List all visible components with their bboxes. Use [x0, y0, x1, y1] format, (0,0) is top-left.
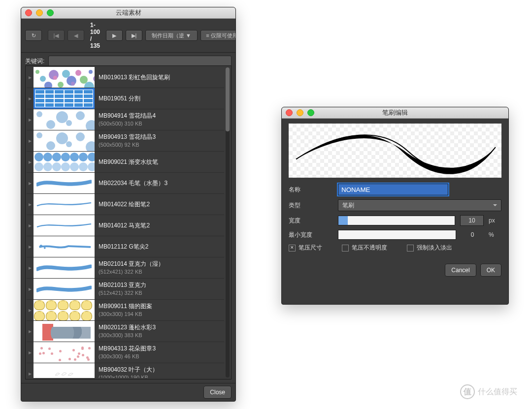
expand-icon[interactable]: ▸: [27, 67, 33, 88]
item-meta: MB021014 亚克力（湿）(512x421) 322 KB: [95, 257, 224, 278]
item-meta: MB909011 猫的图案(300x300) 194 KB: [95, 300, 224, 320]
expand-icon[interactable]: ▸: [27, 130, 33, 151]
item-title: MB014012 马克笔2: [99, 221, 220, 229]
brush-thumbnail: [33, 215, 95, 236]
svg-point-0: [40, 245, 43, 248]
item-title: MB012112 G笔尖2: [99, 243, 220, 251]
item-meta: MB904913 雪花结晶3(500x500) 92 KB: [95, 130, 224, 151]
name-input[interactable]: [338, 184, 448, 195]
item-title: MB021013 亚克力: [99, 281, 220, 289]
item-meta: MB909021 渐变水纹笔: [95, 152, 224, 172]
zoom-icon[interactable]: [47, 9, 54, 16]
item-title: MB909021 渐变水纹笔: [99, 158, 220, 166]
titlebar[interactable]: 云端素材: [21, 7, 235, 19]
list-item[interactable]: ▸MB904913 雪花结晶3(500x500) 92 KB: [27, 130, 224, 152]
list-item[interactable]: ▸MB909021 渐变水纹笔: [27, 152, 224, 173]
item-title: MB021014 亚克力（湿）: [99, 260, 220, 268]
list-item[interactable]: ▸MB019051 分割: [27, 88, 224, 109]
list-item[interactable]: ▸MB019013 彩虹色回旋笔刷: [27, 67, 224, 88]
item-title: MB904913 雪花结晶3: [99, 133, 220, 141]
list-item[interactable]: ▸MB021014 亚克力（湿）(512x421) 322 KB: [27, 257, 224, 279]
item-meta: MB019013 彩虹色回旋笔刷: [95, 67, 224, 88]
nav-next-button[interactable]: ▶: [106, 30, 123, 41]
width-slider[interactable]: [338, 216, 455, 225]
item-subtitle: (500x500) 310 KB: [99, 120, 220, 127]
list-item[interactable]: ▸MB904032 叶子（大）(1000x1000) 190 KB: [27, 363, 224, 378]
expand-icon[interactable]: ▸: [27, 152, 33, 172]
brush-thumbnail: [33, 342, 95, 363]
window-title: 笔刷编辑: [282, 108, 508, 117]
nav-prev-button[interactable]: ◀: [67, 30, 84, 41]
item-subtitle: (300x300) 194 KB: [99, 310, 220, 318]
list-item[interactable]: ▸MB014012 马克笔2: [27, 215, 224, 236]
item-meta: MB904032 叶子（大）(1000x1000) 190 KB: [95, 363, 224, 378]
brush-thumbnail: [33, 321, 95, 342]
pressure-opacity-checkbox[interactable]: 笔压不透明度: [342, 244, 387, 252]
pressure-size-label: 笔压尺寸: [299, 244, 322, 252]
expand-icon[interactable]: ▸: [27, 321, 33, 342]
zoom-icon[interactable]: [307, 109, 314, 116]
cloud-materials-window: 云端素材 ↻ |◀ ◀ 1-100 / 135 ▶ ▶| 制作日期（逆 ▼ ≡ …: [21, 7, 236, 402]
expand-icon[interactable]: ▸: [27, 342, 33, 363]
force-fade-checkbox[interactable]: 强制淡入淡出: [407, 244, 452, 252]
brush-thumbnail: [33, 300, 95, 320]
width-value[interactable]: 10: [460, 215, 484, 226]
expand-icon[interactable]: ▸: [27, 194, 33, 215]
list-item[interactable]: ▸MB904914 雪花结晶4(500x500) 310 KB: [27, 109, 224, 130]
nav-first-button[interactable]: |◀: [48, 30, 65, 41]
pressure-size-checkbox[interactable]: 笔压尺寸: [289, 244, 322, 252]
item-title: MB014022 绘图笔2: [99, 200, 220, 208]
sort-dropdown[interactable]: 制作日期（逆 ▼: [145, 30, 198, 41]
expand-icon[interactable]: ▸: [27, 88, 33, 109]
expand-icon[interactable]: ▸: [27, 215, 33, 236]
list-item[interactable]: ▸MB022034 毛笔（水墨）3: [27, 173, 224, 194]
expand-icon[interactable]: ▸: [27, 257, 33, 278]
expand-icon[interactable]: ▸: [27, 300, 33, 320]
item-meta: MB020123 蓬松水彩3(300x300) 383 KB: [95, 321, 224, 342]
close-icon[interactable]: [25, 9, 32, 16]
name-label: 名称: [289, 186, 333, 194]
expand-icon[interactable]: ▸: [27, 236, 33, 257]
refresh-button[interactable]: ↻: [25, 30, 42, 41]
keyword-input[interactable]: [48, 56, 232, 66]
checkbox-icon: [342, 245, 349, 252]
list-item[interactable]: ▸MB014022 绘图笔2: [27, 194, 224, 215]
scroll-thumb[interactable]: [226, 67, 230, 131]
width-label: 宽度: [289, 217, 333, 225]
list-item[interactable]: ▸MB021013 亚克力(512x421) 322 KB: [27, 279, 224, 300]
svg-point-1: [44, 247, 46, 249]
expand-icon[interactable]: ▸: [27, 279, 33, 299]
brush-thumbnail: [33, 363, 95, 378]
expand-icon[interactable]: ▸: [27, 173, 33, 193]
expand-icon[interactable]: ▸: [27, 109, 33, 130]
close-button[interactable]: Close: [203, 386, 232, 399]
brush-thumbnail: [33, 88, 95, 109]
scrollbar[interactable]: [226, 67, 230, 378]
expand-icon[interactable]: ▸: [27, 363, 33, 378]
ok-button[interactable]: OK: [480, 264, 501, 277]
nav-last-button[interactable]: ▶|: [126, 30, 142, 41]
item-meta: MB022034 毛笔（水墨）3: [95, 173, 224, 193]
item-subtitle: (300x300) 46 KB: [99, 352, 220, 360]
cancel-button[interactable]: Cancel: [445, 264, 476, 277]
titlebar[interactable]: 笔刷编辑: [282, 107, 508, 119]
footer: Close: [21, 383, 235, 401]
type-select[interactable]: 笔刷: [338, 199, 501, 211]
minwidth-slider[interactable]: [338, 230, 456, 240]
item-meta: MB019051 分割: [95, 88, 224, 109]
minimize-icon[interactable]: [36, 9, 43, 16]
watermark: 值 什么值得买: [460, 384, 517, 399]
brush-thumbnail: [33, 257, 95, 278]
usable-only-toggle[interactable]: ≡ 仅限可使用的: [200, 30, 236, 41]
item-subtitle: (300x300) 383 KB: [99, 331, 220, 339]
minimize-icon[interactable]: [297, 109, 303, 116]
close-icon[interactable]: [286, 109, 293, 116]
brush-thumbnail: [33, 152, 95, 172]
minwidth-unit: %: [489, 231, 501, 238]
brush-preview: [289, 124, 501, 178]
list-item[interactable]: ▸MB904313 花朵图章3(300x300) 46 KB: [27, 342, 224, 363]
list-item[interactable]: ▸MB020123 蓬松水彩3(300x300) 383 KB: [27, 321, 224, 342]
list-item[interactable]: ▸MB909011 猫的图案(300x300) 194 KB: [27, 300, 224, 321]
list-item[interactable]: ▸MB012112 G笔尖2: [27, 236, 224, 257]
item-meta: MB904914 雪花结晶4(500x500) 310 KB: [95, 109, 224, 130]
